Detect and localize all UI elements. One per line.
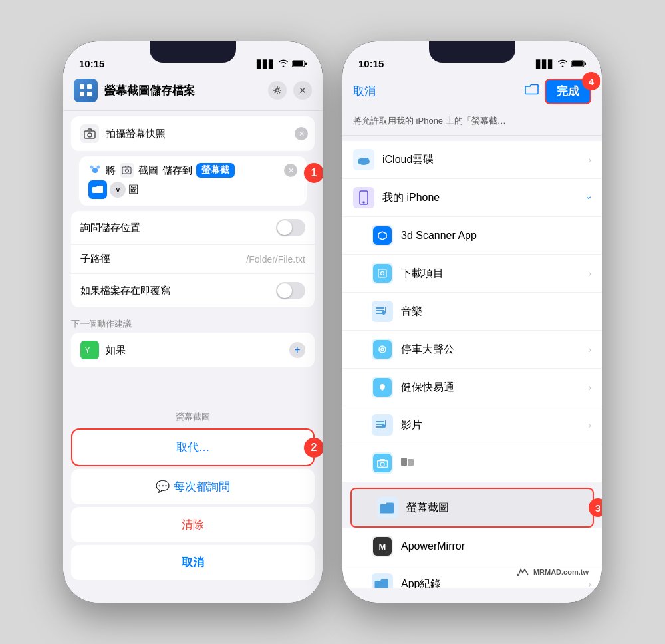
svg-point-22: [364, 158, 369, 163]
svg-text:▶: ▶: [517, 573, 521, 576]
svg-point-28: [381, 348, 384, 351]
health-icon: [372, 377, 393, 398]
svg-point-11: [90, 166, 94, 169]
step3-badge: 3: [589, 498, 602, 517]
expand-chevron[interactable]: ∨: [110, 182, 126, 198]
apowermirror-name: ApowerMirror: [401, 540, 591, 552]
ask-every-time-btn[interactable]: 💬 每次都詢問: [71, 469, 315, 504]
svg-rect-18: [585, 62, 586, 65]
status-icons-left: ▋▋▋: [257, 59, 307, 69]
if-icon: Y: [80, 341, 99, 359]
capture-icon: [80, 124, 99, 143]
file-item-video[interactable]: 影片 ›: [342, 406, 602, 444]
right-phone: 10:15 ▋▋▋ 取消 + 完成: [342, 41, 602, 603]
file-item-icloud[interactable]: iCloud雲碟 ›: [342, 141, 602, 179]
file-list: iCloud雲碟 › 我的 iPhone › 3d Scanner App: [342, 136, 602, 588]
sub-path-label: 子路徑: [80, 253, 110, 265]
iphone-icon: [353, 187, 374, 208]
health-chevron: ›: [588, 382, 591, 393]
file-item-apowermirror[interactable]: M ApowerMirror: [342, 528, 602, 565]
svg-rect-32: [408, 459, 414, 466]
svg-rect-17: [572, 61, 583, 66]
left-phone: 10:15 ▋▋▋ 螢幕截圖儲存檔案 ✕: [63, 41, 323, 603]
svg-point-10: [92, 168, 98, 173]
save-folder-icon: [88, 180, 107, 199]
downloads-name: 下載項目: [401, 267, 580, 281]
if-label: 如果: [106, 344, 126, 357]
svg-rect-25: [378, 269, 386, 277]
step1-badge: 1: [304, 163, 323, 183]
replace-btn-container: 取代… 2: [71, 428, 315, 466]
clear-btn[interactable]: 清除: [71, 507, 315, 542]
ask-location-toggle[interactable]: [276, 219, 305, 236]
svg-point-14: [126, 169, 129, 172]
parking-name: 停車大聲公: [401, 343, 580, 357]
app-header: 螢幕截圖儲存檔案 ✕: [63, 73, 323, 111]
file-item-parking[interactable]: 停車大聲公 ›: [342, 331, 602, 369]
sub-path-value: /Folder/File.txt: [246, 254, 305, 265]
save-to-label: 儲存到: [162, 164, 192, 177]
svg-point-9: [88, 133, 92, 137]
signal-icon: ▋▋▋: [257, 60, 275, 69]
svg-text:+: +: [537, 84, 539, 89]
bottom-sheet: 螢幕截圖 取代… 2 💬 每次都詢問 清除 取消: [63, 404, 323, 603]
battery-icon: [292, 60, 307, 69]
applog-chevron: ›: [588, 579, 591, 588]
settings-icon-btn[interactable]: [268, 81, 287, 100]
info-text: 將允許取用我的 iPhone 上的「螢幕截…: [342, 112, 602, 136]
file-item-iphone[interactable]: 我的 iPhone ›: [342, 179, 602, 217]
cut-label: 截圖: [138, 164, 158, 177]
status-bar-right: 10:15 ▋▋▋: [342, 41, 602, 73]
status-bar-left: 10:15 ▋▋▋: [63, 41, 323, 73]
svg-point-24: [363, 202, 364, 203]
header-icons: ✕: [268, 81, 312, 100]
file-item-screenshot[interactable]: 螢幕截圖: [350, 488, 594, 528]
suggestion-label: 下一個動作建議: [63, 313, 323, 333]
icloud-icon: [353, 149, 374, 170]
overwrite-row: 如果檔案存在即覆寫: [71, 274, 315, 307]
save-close[interactable]: ✕: [284, 164, 297, 177]
iphone-chevron: ›: [585, 196, 595, 200]
video-name: 影片: [401, 418, 580, 432]
file-item-3dscanner[interactable]: 3d Scanner App: [342, 217, 602, 255]
cancel-nav-btn[interactable]: 取消: [353, 84, 376, 99]
screenshot-mini-icon: [120, 163, 134, 178]
nav-folder-icon[interactable]: +: [525, 84, 539, 99]
file-item-camera[interactable]: [342, 444, 602, 482]
downloads-chevron: ›: [588, 268, 591, 279]
screenshot-folder-name: 螢幕截圖: [406, 501, 582, 515]
time-right: 10:15: [358, 58, 384, 69]
svg-rect-5: [80, 92, 84, 96]
step4-badge: 4: [582, 72, 600, 90]
parking-chevron: ›: [588, 344, 591, 355]
overwrite-toggle[interactable]: [276, 282, 305, 299]
file-item-music[interactable]: 音樂: [342, 293, 602, 331]
capture-label: 拍攝螢幕快照: [106, 128, 166, 140]
done-btn-wrapper: 完成 4: [545, 79, 591, 104]
close-icon-btn[interactable]: ✕: [293, 81, 312, 100]
app-icon: [74, 79, 98, 102]
apowermirror-icon: M: [372, 536, 393, 557]
camera-item-name: [401, 456, 591, 470]
left-screen: 10:15 ▋▋▋ 螢幕截圖儲存檔案 ✕: [63, 41, 323, 603]
music-name: 音樂: [401, 305, 591, 319]
signal-icon-r: ▋▋▋: [536, 60, 554, 69]
wifi-icon-r: [557, 59, 568, 69]
save-action-container: 將 截圖 儲存到 螢幕截 ✕ ∨ 圖: [71, 156, 315, 206]
ask-location-row: 詢問儲存位置: [71, 211, 315, 245]
action1-close[interactable]: ✕: [295, 127, 308, 140]
file-item-downloads[interactable]: 下載項目 ›: [342, 255, 602, 293]
iphone-name: 我的 iPhone: [382, 191, 580, 205]
message-icon: 💬: [156, 480, 170, 494]
svg-point-21: [358, 158, 364, 164]
save-action: 將 截圖 儲存到 螢幕截 ✕ ∨ 圖: [79, 156, 307, 206]
settings-section: 詢問儲存位置 子路徑 /Folder/File.txt 如果檔案存在即覆寫: [71, 211, 315, 307]
add-suggestion-btn[interactable]: +: [289, 342, 305, 358]
cancel-btn[interactable]: 取消: [71, 545, 315, 580]
file-item-health[interactable]: 健保快易通 ›: [342, 369, 602, 406]
icloud-name: iCloud雲碟: [382, 153, 580, 167]
right-nav: 取消 + 完成 4: [342, 73, 602, 112]
svg-point-27: [379, 346, 386, 353]
replace-button[interactable]: 取代…: [71, 428, 315, 466]
downloads-icon: [372, 263, 393, 284]
